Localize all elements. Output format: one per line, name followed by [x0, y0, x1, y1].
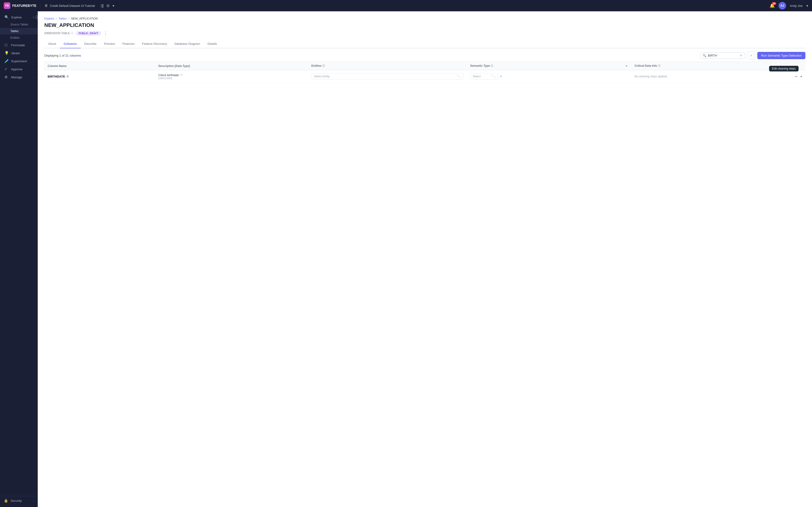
cell-row-actions: Edit cleaning steps ✏ ▾ — [791, 70, 805, 83]
th-description: Description [Data Type] — [155, 62, 308, 70]
run-semantic-detection-button[interactable]: Run Semantic Type Detection — [757, 52, 805, 59]
explore-icon: 🔍 — [4, 15, 9, 19]
navbar-actions: ⇶ ⚙ ▾ — [101, 4, 114, 8]
sidebar-sub-label-source-tables: Source Tables — [10, 23, 28, 26]
sidebar-item-tables[interactable]: Tables — [0, 28, 38, 35]
public-draft-badge: PUBLIC_DRAFT — [76, 31, 101, 35]
semantic-type-info-icon[interactable]: ⓘ — [490, 64, 493, 67]
expand-row-button[interactable]: ▾ — [801, 75, 802, 78]
user-name: Andy Joe — [790, 4, 803, 8]
filter-icon[interactable]: ▼ — [625, 64, 628, 68]
copy-icon[interactable]: ⧉ — [66, 75, 69, 78]
columns-table: Column Name Description [Data Type] Enti… — [44, 62, 805, 83]
sidebar-item-approve[interactable]: ✓ Approve › — [0, 65, 38, 73]
notification-button[interactable]: 🔔 28 — [769, 3, 775, 8]
breadcrumb: Explore > Tables > NEW_APPLICATION — [44, 17, 805, 20]
entities-info-icon[interactable]: ⓘ — [322, 64, 325, 67]
checkmark-button[interactable]: ✓ — [747, 52, 755, 59]
manage-icon: ⚙ — [4, 75, 9, 79]
th-semantic-type: Semantic Type ⓘ — [467, 62, 622, 70]
logo-icon: FB — [4, 2, 10, 9]
displaying-count: Displaying 1 of 21 columns — [44, 54, 81, 57]
layout: ‹ 🔍 Explore ▾ Source Tables Tables Entit… — [0, 11, 812, 507]
th-column-name: Column Name — [44, 62, 155, 70]
search-input[interactable] — [708, 54, 739, 57]
navbar: FB FEATUREBYTE 🖥 Credit Default Dataset … — [0, 0, 812, 11]
sidebar-item-explore[interactable]: 🔍 Explore ▾ — [0, 13, 38, 21]
semantic-value: Select — [473, 75, 480, 78]
cleaning-cell: No cleaning steps applied. — [634, 75, 788, 78]
edit-description-icon[interactable]: ✏ — [180, 73, 183, 77]
tab-feature-discovery[interactable]: Feature Discovery — [138, 40, 170, 48]
tabs: About Columns Describe Preview Features … — [44, 40, 805, 48]
tab-details[interactable]: Details — [204, 40, 221, 48]
entity-select[interactable]: Select Entity ⌃⌄ — [311, 73, 464, 80]
sidebar-item-label-experiment: Experiment — [11, 59, 31, 63]
sidebar-item-security[interactable]: 🔒 Security › — [0, 496, 38, 505]
th-actions — [791, 62, 805, 70]
chevron-right-icon-ideate: › — [33, 52, 34, 54]
approve-icon: ✓ — [4, 67, 9, 71]
breadcrumb-explore[interactable]: Explore — [44, 17, 54, 20]
no-cleaning-text: No cleaning steps applied. — [634, 75, 668, 78]
cell-column-name: BIRTHDATE ⧉ — [44, 70, 155, 83]
chevron-down-button[interactable]: ▾ — [112, 4, 114, 8]
formulate-icon: ⬡ — [4, 43, 9, 47]
sidebar-item-formulate[interactable]: ⬡ Formulate › — [0, 41, 38, 49]
sidebar-sub-label-tables: Tables — [10, 30, 19, 33]
tab-about[interactable]: About — [44, 40, 60, 48]
sidebar-sub-label-entities: Entities — [10, 36, 19, 39]
chevron-right-icon-manage: › — [33, 76, 34, 78]
sidebar-bottom: 🔒 Security › — [0, 496, 38, 505]
tab-features[interactable]: Features — [119, 40, 138, 48]
sidebar-item-source-tables[interactable]: Source Tables — [0, 21, 38, 28]
sidebar-item-entities[interactable]: Entities — [0, 35, 38, 41]
share-button[interactable]: ⇶ — [101, 4, 104, 8]
semantic-select-arrow: ⌃⌄ — [491, 75, 496, 78]
semantic-select[interactable]: Select ⌃⌄ — [470, 73, 499, 80]
breadcrumb-sep-1: > — [55, 17, 57, 20]
critical-data-info-icon[interactable]: ⓘ — [658, 64, 660, 67]
data-type-text: [VARCHAR] — [159, 77, 305, 80]
tag-row: DIMENSION TABLE ⓘ PUBLIC_DRAFT ⋮ — [44, 31, 805, 36]
sidebar-item-label-formulate: Formulate — [11, 43, 31, 47]
sidebar-item-label-security: Security — [11, 499, 31, 503]
sidebar: ‹ 🔍 Explore ▾ Source Tables Tables Entit… — [0, 11, 38, 507]
breadcrumb-tables[interactable]: Tables — [58, 17, 67, 20]
search-clear-button[interactable]: ✕ — [740, 54, 743, 57]
ideate-icon: 💡 — [4, 51, 9, 55]
sidebar-item-manage[interactable]: ⚙ Manage › — [0, 73, 38, 81]
experiment-icon: 🧪 — [4, 59, 9, 63]
edit-cleaning-button[interactable]: ✏ — [794, 74, 799, 79]
tab-preview[interactable]: Preview — [100, 40, 119, 48]
semantic-clear-button[interactable]: ✕ — [500, 75, 502, 78]
cell-entities: Select Entity ⌃⌄ — [308, 70, 467, 83]
th-filter[interactable]: ▼ — [622, 62, 631, 70]
user-menu-chevron[interactable]: ▾ — [806, 4, 808, 8]
tab-describe[interactable]: Describe — [81, 40, 100, 48]
monitor-icon: 🖥 — [44, 4, 48, 8]
th-entities: Entities ⓘ — [308, 62, 467, 70]
table-row: BIRTHDATE ⧉ Client birthdate ✏ [VARCHAR] — [44, 70, 805, 83]
tab-database-diagram[interactable]: Database Diagram — [171, 40, 204, 48]
cell-semantic-type: Select ⌃⌄ ✕ — [467, 70, 622, 83]
page-title: NEW_APPLICATION — [44, 22, 805, 28]
chevron-right-icon-experiment: › — [33, 60, 34, 62]
cell-description: Client birthdate ✏ [VARCHAR] — [155, 70, 308, 83]
breadcrumb-current: NEW_APPLICATION — [71, 17, 98, 20]
sidebar-item-label-manage: Manage — [11, 75, 31, 79]
navbar-right: 🔔 28 AJ Andy Joe ▾ — [769, 2, 808, 9]
sidebar-item-ideate[interactable]: 💡 Ideate › — [0, 49, 38, 57]
chevron-right-icon-formulate: › — [33, 44, 34, 47]
main-content: Explore > Tables > NEW_APPLICATION NEW_A… — [38, 11, 812, 507]
sidebar-sub-explore: Source Tables Tables Entities — [0, 21, 38, 41]
settings-button[interactable]: ⚙ — [106, 4, 110, 8]
more-options-button[interactable]: ⋮ — [104, 31, 108, 36]
table-type-info-icon[interactable]: ⓘ — [71, 32, 73, 35]
entity-placeholder: Select Entity — [314, 75, 330, 78]
sidebar-item-experiment[interactable]: 🧪 Experiment › — [0, 57, 38, 65]
table-type-label: DIMENSION TABLE ⓘ — [44, 32, 73, 35]
tab-columns[interactable]: Columns — [60, 40, 81, 48]
sidebar-item-label-ideate: Ideate — [11, 51, 31, 55]
cell-critical-data-info: No cleaning steps applied. — [631, 70, 791, 83]
